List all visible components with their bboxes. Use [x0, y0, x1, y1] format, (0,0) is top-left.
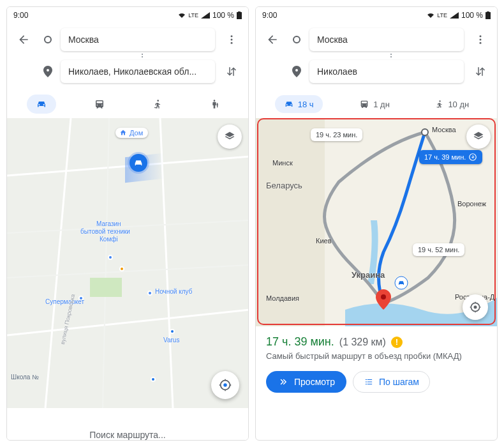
map-area[interactable]: Дом Магазин бытовой техники Комфі Суперм…: [7, 118, 248, 408]
phone-left: 9:00 LTE 100 % Москва: [6, 6, 249, 441]
directions-header: Москва Николаев: [256, 24, 497, 90]
svg-point-20: [422, 129, 428, 135]
city-label: Москва: [432, 126, 456, 133]
city-label: Киев: [316, 237, 332, 245]
sheet-time: 17 ч. 39 мин.: [266, 335, 334, 349]
svg-rect-1: [238, 11, 241, 12]
svg-point-6: [157, 100, 159, 102]
travel-mode-tabs: [7, 90, 248, 118]
city-label: Минск: [272, 159, 293, 167]
mode-drive[interactable]: [27, 95, 56, 114]
country-label: Беларусь: [266, 181, 302, 190]
svg-point-21: [381, 294, 386, 299]
status-time: 9:00: [262, 11, 277, 20]
svg-rect-9: [90, 278, 122, 297]
mode-walk[interactable]: [144, 95, 172, 114]
swap-button[interactable]: [220, 66, 243, 77]
route-best-label[interactable]: 17 ч. 39 мин. ₴: [419, 150, 482, 164]
chevrons-icon: [278, 377, 289, 386]
svg-text:₴: ₴: [471, 155, 475, 159]
svg-rect-11: [485, 12, 491, 19]
destination-marker-icon: [40, 66, 56, 77]
directions-header: Москва Николаев, Николаевская обл...: [7, 24, 248, 90]
svg-point-7: [214, 100, 216, 102]
route-map-area[interactable]: Москва Минск Беларусь Киев Украина Молда…: [256, 118, 497, 326]
bottom-sheet[interactable]: 17 ч. 39 мин. (1 329 км) ! Самый быстрый…: [256, 326, 497, 402]
svg-point-10: [223, 383, 227, 387]
mode-transit[interactable]: [85, 95, 114, 114]
city-label: Воронеж: [457, 200, 486, 208]
mode-rideshare[interactable]: [200, 95, 228, 114]
svg-rect-0: [237, 12, 242, 19]
travel-mode-tabs: 18 ч 1 дн 10 дн: [256, 90, 497, 118]
route-alt-label[interactable]: 19 ч. 52 мин.: [413, 243, 464, 256]
sheet-subtitle: Самый быстрый маршрут в объезд пробки (М…: [266, 351, 487, 362]
poi-dot[interactable]: [78, 296, 84, 301]
poi-dot[interactable]: [119, 266, 124, 271]
my-location-button[interactable]: [211, 371, 239, 399]
status-bar: 9:00 LTE 100 %: [256, 7, 497, 24]
poi-dot[interactable]: [170, 329, 175, 334]
list-icon: [364, 377, 374, 386]
svg-point-2: [45, 36, 51, 43]
svg-point-16: [480, 42, 482, 44]
poi-dot[interactable]: [151, 377, 156, 382]
warning-icon: !: [391, 337, 403, 348]
status-bar: 9:00 LTE 100 %: [7, 7, 248, 24]
swap-button[interactable]: [469, 66, 492, 77]
origin-marker-icon: [289, 35, 304, 44]
origin-marker-icon: [40, 35, 56, 44]
svg-point-14: [480, 35, 482, 37]
my-location-button[interactable]: [463, 294, 488, 320]
svg-point-3: [231, 35, 233, 37]
destination-input[interactable]: Николаев: [309, 60, 464, 83]
current-location-pin[interactable]: [130, 154, 147, 172]
layers-button[interactable]: [218, 125, 242, 149]
svg-rect-12: [487, 11, 489, 12]
overflow-button[interactable]: [469, 34, 492, 45]
svg-point-25: [474, 306, 477, 309]
back-button[interactable]: [261, 33, 284, 46]
svg-point-17: [440, 100, 441, 102]
status-icons: LTE 100 %: [427, 11, 491, 20]
route-connector-icon: [11, 53, 244, 58]
city-label: Молдавия: [266, 294, 299, 302]
poi-dot[interactable]: [147, 291, 152, 296]
svg-point-15: [480, 39, 482, 41]
preview-button[interactable]: Просмотр: [266, 371, 346, 393]
destination-marker-icon: [289, 66, 304, 77]
mode-transit[interactable]: 1 дн: [350, 95, 399, 113]
destination-input[interactable]: Николаев, Николаевская обл...: [61, 60, 215, 83]
country-label: Украина: [352, 270, 385, 280]
status-icons: LTE 100 %: [178, 11, 242, 20]
svg-point-13: [293, 36, 300, 43]
searching-footer: Поиск маршрута...: [7, 408, 248, 441]
route-connector-icon: [260, 53, 493, 58]
toll-icon: ₴: [468, 153, 477, 162]
phone-right: 9:00 LTE 100 % Москва: [255, 6, 498, 441]
status-battery: 100 %: [212, 11, 234, 20]
status-time: 9:00: [13, 11, 28, 20]
back-button[interactable]: [12, 33, 35, 46]
svg-point-4: [231, 39, 233, 41]
route-alt-label[interactable]: 19 ч. 23 мин.: [311, 128, 362, 141]
status-network: LTE: [188, 12, 198, 19]
mode-drive[interactable]: 18 ч: [275, 95, 323, 113]
sheet-distance: (1 329 км): [339, 337, 386, 348]
origin-input[interactable]: Москва: [61, 28, 215, 51]
origin-input[interactable]: Москва: [309, 28, 464, 51]
home-chip[interactable]: Дом: [115, 128, 148, 138]
steps-button[interactable]: По шагам: [353, 371, 430, 393]
overflow-button[interactable]: [220, 34, 243, 45]
poi-dot[interactable]: [108, 255, 113, 260]
mode-walk[interactable]: 10 дн: [426, 95, 478, 113]
layers-button[interactable]: [466, 125, 491, 149]
svg-point-5: [231, 42, 233, 44]
